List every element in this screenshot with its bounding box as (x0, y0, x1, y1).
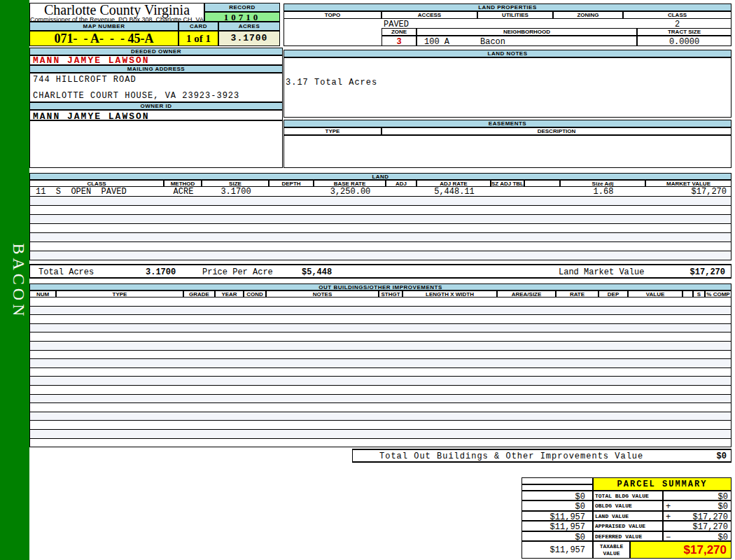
ob-total-label: Total Out Buildings & Other Improvements… (379, 451, 643, 461)
land-row-size: 3.1700 (202, 187, 270, 197)
land-header-depth: DEPTH (269, 180, 314, 187)
district-label: BACON (0, 236, 28, 327)
empty-table-row (30, 359, 731, 368)
acres-value: 3.1700 (218, 31, 280, 46)
ps-left-3: $11,957 (522, 511, 593, 521)
ob-totals-row: Total Out Buildings & Other Improvements… (352, 449, 732, 463)
empty-table-row (30, 421, 731, 430)
owner-notes-empty-box (29, 120, 283, 168)
tract-size-cell: 0.0000 (637, 36, 732, 46)
parcel-summary-title: PARCEL SUMMARY (593, 477, 732, 491)
zone-label: ZONE (382, 28, 416, 36)
empty-table-row (30, 324, 731, 333)
ob-header-cond: COND (244, 290, 266, 298)
ps-right-4: $17,270 (663, 521, 732, 531)
land-row-class: 11 S OPEN PAVED (36, 187, 127, 197)
land-header-size: SIZE (202, 180, 269, 187)
ps-label-2: OBLDG VALUE (593, 500, 663, 511)
ps-label-5: DEFERRED VALUE (593, 531, 663, 541)
land-header-sz-adj-tbl: SZ ADJ TBL (491, 180, 524, 187)
land-row-size-adj: 1.68 (561, 187, 646, 197)
easements-type-header: TYPE (284, 127, 382, 135)
price-per-acre-value: $5,448 (302, 267, 332, 277)
neighborhood-code: 100 A (424, 37, 449, 47)
ps-right-value-4: $17,270 (693, 522, 728, 532)
mailing-address-box: 744 HILLCROFT ROAD CHARLOTTE COURT HOUSE… (29, 73, 283, 102)
ps-label-1: TOTAL BLDG VALUE (593, 491, 663, 500)
easements-description-header: DESCRIPTION (382, 127, 732, 135)
land-header-base-rate: BASE RATE (314, 180, 386, 187)
ps-right-value-2: $0 (718, 502, 728, 512)
card-label: CARD (178, 22, 218, 31)
zone-value-cell: 3 (382, 36, 416, 46)
ob-header-s: S (693, 290, 705, 298)
land-market-value-label: Land Market Value (559, 267, 644, 277)
lp-header-access: ACCESS (382, 11, 477, 19)
empty-table-row (30, 332, 731, 342)
ps-taxable-value: $17,270 (684, 543, 727, 557)
land-header-size-adj: Size Adj (560, 180, 645, 187)
empty-table-row (30, 233, 731, 242)
ps-header-left-top (522, 477, 593, 484)
card-value: 1 of 1 (178, 31, 218, 46)
owner-id-box: MANN JAMYE LAWSON (29, 110, 283, 120)
tract-size-label: TRACT SIZE (637, 28, 732, 36)
total-acres-label: Total Acres (38, 267, 94, 277)
empty-table-row (30, 242, 731, 251)
empty-table-row (30, 351, 731, 360)
lp-header-topo: TOPO (284, 11, 382, 19)
land-row-base-rate: 3,250.00 (314, 187, 386, 197)
easements-empty-box (284, 135, 732, 168)
easements-title: EASEMENTS (284, 120, 732, 127)
ob-header-rate: RATE (556, 290, 598, 298)
land-header-market-value: MARKET VALUE (645, 180, 732, 187)
ob-header-length-width: LENGTH X WIDTH (402, 290, 497, 298)
owner-id-label: OWNER ID (29, 102, 283, 110)
deeded-owner-name: MANN JAMYE LAWSON (33, 56, 150, 65)
empty-table-row (30, 439, 731, 448)
land-header-class: CLASS (29, 180, 164, 187)
land-header-adj-rate: ADJ RATE (416, 180, 491, 187)
tract-size-value: 0.0000 (638, 37, 731, 47)
land-row-adj-rate: 5,448.11 (417, 187, 491, 197)
empty-table-row (30, 197, 731, 206)
empty-table-row (30, 206, 731, 215)
ps-left-2: $0 (522, 500, 593, 511)
lp-header-zoning: ZONING (553, 11, 623, 19)
ob-header-year: YEAR (215, 290, 244, 298)
ps-op-2: + (666, 502, 671, 512)
empty-table-row (30, 395, 731, 404)
land-header-method: METHOD (164, 180, 202, 187)
ps-label-3: LAND VALUE (593, 511, 663, 521)
ps-right-3: +$17,270 (663, 511, 732, 521)
ps-right-5: −$0 (663, 531, 732, 541)
empty-table-row (30, 368, 731, 377)
land-data-row: 11 S OPEN PAVED ACRE 3.1700 3,250.00 5,4… (29, 187, 732, 197)
map-number-value: 071- - A- - - 45-A (29, 31, 178, 46)
empty-table-row (30, 403, 731, 412)
ps-taxable-value-cell: $17,270 (630, 541, 732, 559)
ob-header-type: TYPE (56, 290, 183, 298)
ps-header-left-bottom (522, 484, 593, 491)
deeded-owner-label: DEEDED OWNER (29, 48, 283, 55)
neighborhood-value-cell: 100 A Bacon (416, 36, 637, 46)
ps-right-2: +$0 (663, 500, 732, 511)
ps-taxable-label-line2: VALUE (594, 550, 629, 557)
ob-header-area-size: AREA/SIZE (497, 290, 556, 298)
empty-table-row (30, 430, 731, 439)
ps-left-value-2: $0 (575, 502, 585, 512)
ob-header-value: VALUE (628, 290, 682, 298)
lp-header-utilities: UTILITIES (477, 11, 553, 19)
ob-header-sthgt: STHGT (379, 290, 402, 298)
lp-header-class: CLASS (623, 11, 732, 19)
address-line2: CHARLOTTE COURT HOUSE, VA 23923-3923 (33, 91, 239, 101)
ps-left-5: $0 (522, 531, 593, 541)
empty-table-row (30, 412, 731, 421)
ob-header-grade: GRADE (183, 290, 215, 298)
empty-table-row (30, 342, 731, 351)
land-market-value-total: $17,270 (690, 267, 725, 277)
acres-label: ACRES (218, 22, 280, 31)
empty-table-row (30, 215, 731, 224)
price-per-acre-label: Price Per Acre (202, 267, 273, 277)
land-totals-row: Total Acres 3.1700 Price Per Acre $5,448… (29, 264, 732, 279)
